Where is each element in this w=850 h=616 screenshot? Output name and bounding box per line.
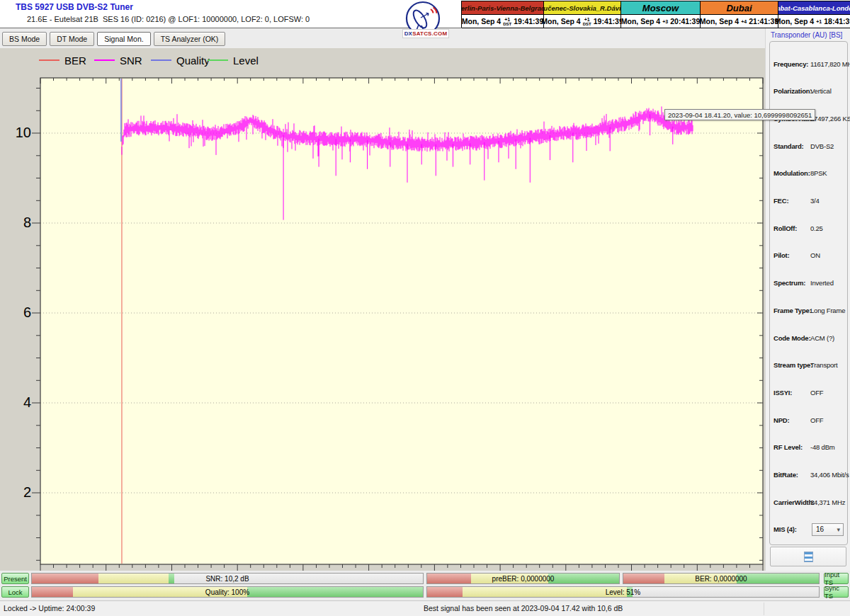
level-bar-label: Level: 51% — [427, 587, 819, 597]
app-title: TBS 5927 USB DVB-S2 Tuner — [16, 2, 133, 12]
tuner-subtitle: 21.6E - Eutelsat 21B SES 16 (ID: 0216) @… — [27, 15, 310, 23]
transponder-field: Polarization:Vertical — [770, 86, 847, 96]
preber-bar: preBER: 0,0000000 — [426, 573, 620, 584]
y-tick-label-2: 2 — [8, 484, 31, 501]
clock-time-2: Mon, Sep 4+1DST19:41:39 — [544, 15, 621, 28]
y-tick-label-10: 10 — [8, 125, 31, 141]
transponder-field: Pilot:ON — [770, 251, 847, 261]
title-bar: TBS 5927 USB DVB-S2 Tuner 21.6E - Eutels… — [0, 0, 850, 28]
clock-city-5: Rabat-Casablanca-London — [778, 1, 850, 15]
transponder-field: RollOff:0.25 — [770, 223, 847, 233]
snr-bar: SNR: 10,2 dB — [31, 573, 424, 584]
y-tick-label-6: 6 — [8, 304, 31, 321]
quality-bar-label: Quality: 100% — [32, 587, 423, 597]
signal-bars: PresentSNR: 10,2 dBpreBER: 0,0000000BER:… — [0, 571, 850, 600]
world-clocks: Berlin-Paris-Vienna-BelgradeLučenec-Slov… — [461, 1, 850, 28]
preber-bar-label: preBER: 0,0000000 — [427, 574, 619, 583]
clock-city-1: Berlin-Paris-Vienna-Belgrade — [462, 1, 544, 15]
input-ts-button[interactable]: Input TS — [824, 573, 849, 584]
signal-chart-panel[interactable]: BERSNRQualityLevel 108642 2023-09-04 18.… — [0, 48, 765, 574]
level-bar: Level: 51% — [426, 586, 820, 598]
app-window: TBS 5927 USB DVB-S2 Tuner 21.6E - Eutels… — [0, 0, 850, 616]
mis-field: MIS (4):16▾ — [770, 525, 847, 535]
transponder-field: Code Mode:ACM (?) — [770, 333, 847, 343]
transponder-field: RF Level:-48 dBm — [770, 443, 847, 452]
transponder-field: Standard:DVB-S2 — [770, 141, 847, 151]
transponder-field: NPD:OFF — [770, 415, 847, 425]
quality-bar: Quality: 100% — [31, 586, 424, 598]
clock-time-4: Mon, Sep 4+421:41:39 — [701, 15, 778, 28]
transponder-field: FEC:3/4 — [770, 196, 847, 206]
transponder-field: Spectrum:Inverted — [770, 278, 847, 288]
lock-button[interactable]: Lock — [1, 586, 29, 598]
clock-time-1: Mon, Sep 4+1DST19:41:39 — [462, 15, 544, 28]
sidebar-group-title: Transponder (AU) [BS] — [771, 31, 842, 39]
status-bar: Locked -> Uptime: 24:00:39 Best signal h… — [0, 600, 850, 616]
status-divider — [764, 603, 764, 615]
chevron-down-icon: ▾ — [837, 526, 840, 533]
y-tick-label-8: 8 — [8, 215, 31, 231]
clock-city-3: Moscow — [621, 1, 701, 15]
tab-bar: BS ModeDT ModeSignal Mon.TS Analyzer (OK… — [0, 29, 765, 48]
tab-bs-mode[interactable]: BS Mode — [2, 32, 47, 46]
snr-bar-label: SNR: 10,2 dB — [32, 574, 423, 583]
chart-tooltip: 2023-09-04 18.41.20, value: 10,699999809… — [664, 109, 815, 120]
transponder-field: Frame Type:Long Frame — [770, 305, 847, 315]
tab-ts-analyzer-ok[interactable]: TS Analyzer (OK) — [154, 32, 226, 46]
tab-signal-mon[interactable]: Signal Mon. — [97, 32, 150, 46]
clock-time-5: Mon, Sep 4+118:41:39 — [778, 15, 850, 28]
transponder-field: BitRate:34,406 Mbit/s — [770, 470, 847, 480]
present-button[interactable]: Present — [1, 573, 29, 584]
logo-wordmark: DXSATCS.COM — [402, 29, 449, 38]
transponder-field: Stream type:Transport — [770, 360, 847, 370]
sync-ts-button[interactable]: Sync TS — [824, 586, 849, 598]
dxsatcs-logo: DXSATCS.COM — [394, 0, 460, 40]
transponder-field: Frequency:11617,820 MHz — [770, 59, 847, 69]
clock-time-3: Mon, Sep 4+320:41:39 — [621, 15, 701, 28]
tab-dt-mode[interactable]: DT Mode — [50, 32, 94, 46]
transponder-field: Modulation:8PSK — [770, 169, 847, 178]
mis-dropdown[interactable]: 16▾ — [812, 523, 844, 536]
status-lock-uptime: Locked -> Uptime: 24:00:39 — [4, 604, 95, 612]
clock-city-2: Lučenec-Slovakia_R.Dávid — [544, 1, 621, 15]
stream-list-button[interactable] — [770, 547, 846, 566]
status-best-signal: Best signal has been seen at 2023-09-04 … — [424, 604, 623, 612]
y-tick-label-4: 4 — [8, 394, 31, 411]
snr-history-chart[interactable] — [0, 48, 765, 574]
ber-bar-label: BER: 0,0000000 — [623, 574, 819, 583]
ber-bar: BER: 0,0000000 — [623, 573, 820, 584]
clock-city-4: Dubai — [701, 1, 778, 15]
transponder-field: ISSYI:OFF — [770, 387, 847, 397]
transponder-field: CarrierWidth:34,371 MHz — [770, 497, 847, 507]
transport-stream-icon — [804, 552, 813, 562]
